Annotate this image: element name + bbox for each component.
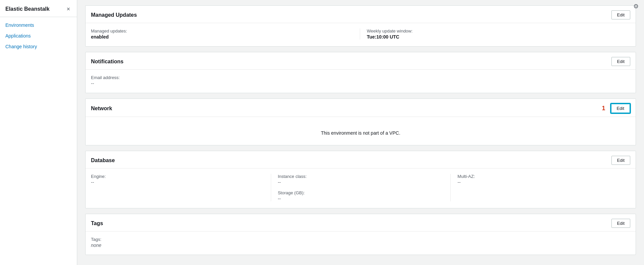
database-storage-value: --: [278, 196, 451, 201]
managed-updates-status-value: enabled: [91, 34, 354, 40]
network-highlight-number: 1: [602, 105, 605, 112]
sidebar: Elastic Beanstalk × Environments Applica…: [0, 0, 77, 265]
network-title: Network: [91, 106, 112, 112]
managed-updates-header: Managed Updates Edit: [86, 6, 636, 23]
managed-updates-body: Managed updates: enabled Weekly update w…: [86, 23, 636, 46]
database-fields: Engine: -- Instance class: -- Storage (G…: [91, 174, 630, 201]
notifications-fields: Email address: --: [91, 75, 630, 86]
notifications-email-value: --: [91, 81, 625, 86]
database-instance-value: --: [278, 180, 451, 185]
managed-updates-section: Managed Updates Edit Managed updates: en…: [85, 5, 636, 47]
settings-icon[interactable]: ⚙: [633, 3, 639, 10]
managed-updates-title: Managed Updates: [91, 12, 137, 18]
database-instance-field: Instance class: --: [278, 174, 451, 185]
database-multiaz-col: Multi-AZ: --: [450, 174, 630, 201]
managed-updates-field-window: Weekly update window: Tue:10:00 UTC: [360, 28, 630, 40]
database-engine-field: Engine: --: [91, 174, 265, 185]
managed-updates-fields: Managed updates: enabled Weekly update w…: [91, 28, 630, 40]
notifications-body: Email address: --: [86, 70, 636, 93]
tags-body: Tags: none: [86, 231, 636, 255]
database-section: Database Edit Engine: -- Instance class:…: [85, 151, 636, 208]
tags-fields: Tags: none: [91, 237, 630, 248]
database-body: Engine: -- Instance class: -- Storage (G…: [86, 169, 636, 208]
database-storage-field: Storage (GB): --: [278, 190, 451, 201]
notifications-field-email: Email address: --: [91, 75, 630, 86]
network-vpc-message: This environment is not part of a VPC.: [91, 122, 630, 138]
sidebar-navigation: Environments Applications Change history: [0, 17, 77, 55]
tags-section: Tags Edit Tags: none: [85, 214, 636, 255]
notifications-email-label: Email address:: [91, 75, 625, 80]
network-edit-button[interactable]: Edit: [611, 104, 630, 113]
network-header-actions: 1 Edit: [602, 104, 630, 113]
database-instance-label: Instance class:: [278, 174, 451, 179]
database-multiaz-field: Multi-AZ: --: [457, 174, 630, 185]
network-header: Network 1 Edit: [86, 99, 636, 117]
managed-updates-field-status: Managed updates: enabled: [91, 28, 360, 40]
database-title: Database: [91, 157, 115, 163]
database-engine-value: --: [91, 180, 265, 185]
network-section: Network 1 Edit This environment is not p…: [85, 98, 636, 145]
database-edit-button[interactable]: Edit: [611, 156, 630, 165]
database-multiaz-label: Multi-AZ:: [457, 174, 630, 179]
database-instance-col: Instance class: -- Storage (GB): --: [271, 174, 451, 201]
sidebar-item-applications[interactable]: Applications: [0, 30, 77, 41]
notifications-section: Notifications Edit Email address: --: [85, 52, 636, 93]
tags-field: Tags: none: [91, 237, 630, 248]
main-content: Managed Updates Edit Managed updates: en…: [77, 0, 644, 265]
notifications-title: Notifications: [91, 59, 123, 65]
managed-updates-window-value: Tue:10:00 UTC: [367, 34, 630, 40]
managed-updates-window-label: Weekly update window:: [367, 28, 630, 34]
database-multiaz-value: --: [457, 180, 630, 185]
database-engine-col: Engine: --: [91, 174, 271, 201]
notifications-header: Notifications Edit: [86, 52, 636, 70]
tags-header: Tags Edit: [86, 214, 636, 231]
sidebar-item-change-history[interactable]: Change history: [0, 41, 77, 52]
network-body: This environment is not part of a VPC.: [86, 117, 636, 145]
database-header: Database Edit: [86, 151, 636, 169]
sidebar-header: Elastic Beanstalk ×: [0, 0, 77, 17]
sidebar-item-environments[interactable]: Environments: [0, 20, 77, 30]
database-storage-label: Storage (GB):: [278, 190, 451, 195]
tags-value: none: [91, 243, 625, 248]
managed-updates-status-label: Managed updates:: [91, 28, 354, 34]
sidebar-close-button[interactable]: ×: [65, 5, 71, 13]
managed-updates-edit-button[interactable]: Edit: [611, 10, 630, 19]
tags-edit-button[interactable]: Edit: [611, 219, 630, 228]
database-engine-label: Engine:: [91, 174, 265, 179]
notifications-edit-button[interactable]: Edit: [611, 57, 630, 66]
tags-title: Tags: [91, 220, 103, 226]
sidebar-title: Elastic Beanstalk: [5, 6, 50, 12]
tags-label: Tags:: [91, 237, 625, 242]
